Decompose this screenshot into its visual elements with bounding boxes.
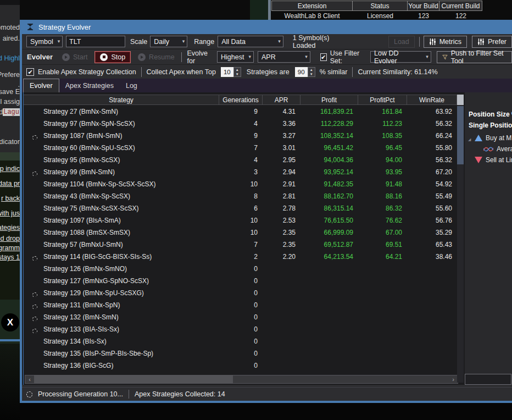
vertical-scroll-thumb[interactable]	[457, 106, 464, 164]
table-row[interactable]: Strategy 135 (BIsP-SmP-BIs-Sbe-Sp)0	[24, 347, 457, 360]
strategy-cell: Strategy 1088 (BmSX-SmSX)	[24, 229, 219, 236]
table-row[interactable]: Strategy 27 (BmNx-SmN)94.31161,839.21161…	[24, 106, 457, 118]
extensions-column-header: Your Build	[408, 1, 439, 11]
table-row[interactable]: Strategy 57 (BmNxU-SmN)72.3569,512.8769.…	[24, 239, 457, 251]
column-header-profit[interactable]: Profit	[300, 95, 358, 104]
top-count-arrows[interactable]: ▲▼	[233, 67, 241, 77]
background-link[interactable]: ategies	[0, 224, 20, 231]
tab-evolver[interactable]: Evolver	[23, 79, 59, 92]
winrate-cell: 66.24	[407, 132, 457, 140]
column-header-winrate[interactable]: WinRate	[407, 95, 457, 104]
table-row[interactable]: Strategy 99 (BmN-SmN)32.9493,952.1493.95…	[24, 166, 457, 178]
apr-cell: 2.53	[263, 217, 300, 224]
push-to-filter-set-button[interactable]: Push to Filter Set Tool	[437, 51, 512, 63]
position-tree-item[interactable]: Avera	[483, 145, 512, 153]
similar-pct-spinner[interactable]: 90	[295, 67, 308, 77]
up-arrow-icon[interactable]: ▲	[308, 68, 315, 72]
filter-set-dropdown[interactable]: Low DD Evolver ▾	[370, 51, 431, 63]
tree-expander-icon[interactable]: ◢	[468, 137, 471, 142]
table-row[interactable]: Strategy 60 (BmNx-SpU-ScSX)73.0196,451.4…	[24, 142, 457, 154]
range-dropdown[interactable]: All Data ▾	[218, 36, 283, 47]
horizontal-scroll-thumb[interactable]	[34, 375, 233, 383]
winrate-cell: 63.92	[407, 108, 457, 115]
strategy-cell: Strategy 99 (BmN-SmN)	[24, 168, 219, 176]
table-row[interactable]: Strategy 1088 (BmSX-SmSX)102.3566,999.09…	[24, 226, 457, 239]
apr-cell: 4.31	[263, 108, 300, 115]
table-row[interactable]: Strategy 43 (BmNx-Sp-ScSX)82.8188,162.70…	[24, 190, 457, 202]
start-button[interactable]: Start	[62, 53, 87, 61]
titlebar[interactable]: Strategy Evolver	[22, 20, 512, 34]
generations-cell: 4	[219, 120, 263, 128]
background-link[interactable]: r back	[0, 195, 20, 202]
metrics-button[interactable]: Metrics	[424, 36, 467, 48]
evolve-metric-dropdown[interactable]: APR ▾	[258, 51, 310, 63]
resume-button[interactable]: Resume	[138, 53, 175, 61]
stop-button[interactable]: Stop	[94, 51, 131, 63]
table-row[interactable]: Strategy 132 (BmN-SmN)0	[24, 311, 457, 323]
scroll-right-icon[interactable]: ›	[449, 375, 458, 383]
strategy-name: Strategy 114 (BIG-ScG-BISX-SIs-Ss)	[43, 253, 152, 261]
processing-spinner-icon	[32, 317, 37, 321]
background-text-fragment[interactable]: d Highl	[0, 54, 20, 62]
scroll-left-icon[interactable]: ‹	[25, 375, 34, 383]
table-row[interactable]: Strategy 95 (BmNx-ScSX)42.9594,004.3694.…	[24, 154, 457, 166]
table-row[interactable]: Strategy 131 (BmNx-SpN)0	[24, 299, 457, 311]
background-text-fragment: .	[0, 81, 20, 89]
strategy-cell: Strategy 57 (BmNxU-SmN)	[24, 241, 219, 248]
profitpct-cell: 67.00	[358, 229, 407, 236]
horizontal-scrollbar[interactable]: ‹ ›	[25, 375, 458, 384]
vertical-scroll-top[interactable]	[457, 95, 464, 105]
evolve-target-dropdown[interactable]: Highest ▾	[217, 51, 254, 63]
table-row[interactable]: Strategy 1104 (BmNx-Sp-ScSX-ScSX)102.919…	[24, 178, 457, 190]
table-row[interactable]: Strategy 133 (BIA-SIs-Sx)0	[24, 323, 457, 335]
tab-log[interactable]: Log	[120, 79, 143, 92]
top-count-spinner[interactable]: 10	[221, 67, 233, 77]
table-row[interactable]: Strategy 1097 (BlsA-SmA)102.5376,615.507…	[24, 214, 457, 226]
toolbar-evolver: Evolver Start Stop Resume Evolve for Hig…	[22, 49, 512, 65]
symbol-mode-dropdown[interactable]: Symbol ▾	[26, 36, 63, 47]
table-row[interactable]: Strategy 127 (BmNxG-SpNO-ScSX)0	[24, 275, 457, 287]
scale-dropdown[interactable]: Daily ▾	[150, 36, 187, 47]
background-link[interactable]: nd drop	[0, 235, 20, 242]
column-header-apr[interactable]: APR	[263, 95, 300, 104]
load-button[interactable]: Load	[388, 36, 415, 48]
background-link[interactable]: ogramm	[0, 244, 20, 252]
column-header-profitpct[interactable]: ProfitPct	[358, 95, 407, 104]
table-row[interactable]: Strategy 97 (BmNx-SpN-ScSX)43.36112,228.…	[24, 118, 457, 130]
generations-cell: 8	[219, 192, 263, 200]
down-arrow-icon[interactable]: ▼	[308, 72, 315, 76]
down-arrow-icon[interactable]: ▼	[234, 72, 241, 76]
column-header-generations[interactable]: Generations	[219, 95, 263, 104]
vertical-scrollbar[interactable]	[457, 95, 464, 383]
position-tree-item[interactable]: ◢Buy at M	[475, 134, 511, 142]
background-link[interactable]: stays 1	[0, 253, 20, 261]
background-scrollbar[interactable]	[268, 0, 271, 20]
table-row[interactable]: Strategy 114 (BIG-ScG-BISX-SIs-Ss)22.206…	[24, 251, 457, 263]
table-row[interactable]: Strategy 129 (BmNx-SpU-ScSXG)0	[24, 287, 457, 299]
winrate-cell: 56.32	[407, 120, 457, 128]
similar-pct-arrows[interactable]: ▲▼	[308, 67, 315, 77]
preferred-values-button[interactable]: Prefer	[472, 36, 512, 48]
use-filter-set-checkbox[interactable]: ✔	[320, 53, 327, 61]
detail-panel-footer-box[interactable]	[465, 374, 511, 385]
table-row[interactable]: Strategy 134 (BIs-Sx)0	[24, 335, 457, 347]
extensions-cell: 122	[439, 11, 482, 20]
up-arrow-icon[interactable]: ▲	[234, 68, 241, 72]
position-item-label: Sell at Lir	[486, 156, 512, 164]
table-row[interactable]: Strategy 126 (BmNx-SmNO)0	[24, 263, 457, 275]
column-header-strategy[interactable]: Strategy	[24, 95, 219, 104]
tab-apex-strategies[interactable]: Apex Strategies	[59, 79, 120, 92]
symbol-input[interactable]	[66, 36, 125, 47]
background-link[interactable]: op indic	[0, 165, 20, 173]
enable-apex-checkbox[interactable]: ✔	[26, 68, 34, 76]
range-value: All Data	[221, 38, 246, 46]
table-row[interactable]: Strategy 75 (BmNx-ScSX-ScSX)62.7886,315.…	[24, 202, 457, 214]
background-link[interactable]: with jus	[0, 209, 20, 217]
table-row[interactable]: Strategy 136 (BIG-ScG)0	[24, 360, 457, 372]
background-link[interactable]: data pr	[0, 180, 20, 187]
position-tree-item[interactable]: Sell at Lir	[475, 156, 512, 164]
table-row[interactable]: Strategy 1087 (BmN-SmN)93.27108,352.1410…	[24, 130, 457, 142]
strategy-cell: Strategy 60 (BmNx-SpU-ScSX)	[24, 144, 219, 152]
x-logo-icon[interactable]: X	[1, 313, 19, 331]
horizontal-scroll-track[interactable]	[233, 375, 449, 383]
